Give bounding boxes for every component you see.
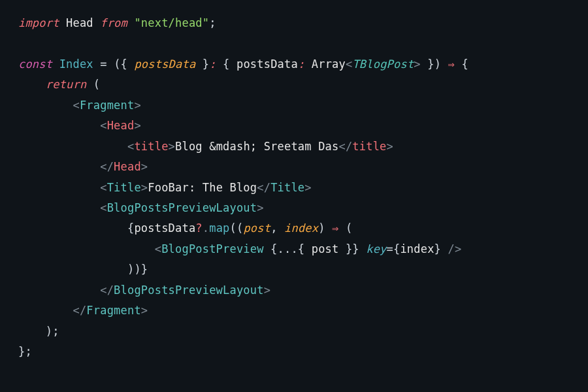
identifier-index: index [400,242,434,255]
angle-close: > [414,57,420,71]
jsx-angle-close: > [257,201,263,214]
brace-close: } [18,345,25,358]
jsx-angle-open: < [100,119,106,132]
identifier-postsdata: postsData [134,221,195,235]
brace-open: { [270,242,277,255]
jsx-angle-open: < [73,99,79,112]
identifier-index: Index [59,57,93,71]
jsx-angle-close: > [141,160,148,173]
paren-close: ) [134,263,140,276]
jsx-slash: / [107,284,114,297]
dot: . [203,221,209,235]
jsx-tag-title2-close: Title [270,181,304,194]
brace-open: { [127,221,134,235]
brace-open: { [393,242,400,255]
code-line: <Fragment> [18,99,141,112]
code-line: </Fragment> [18,304,148,317]
identifier-head: Head [66,16,93,29]
jsx-angle-open: < [338,140,345,153]
jsx-angle-open: < [73,304,79,317]
comma: , [270,221,277,235]
code-line: </Head> [18,160,148,173]
jsx-tag-head-close: Head [114,160,141,173]
brace-close: } [203,57,209,71]
jsx-tag-head: Head [107,119,135,132]
jsx-tag-blogpostspreviewlayout-close: BlogPostsPreviewLayout [114,284,264,297]
jsx-text-foobar: FooBar: The Blog [148,181,257,194]
paren-open: ( [237,221,243,235]
jsx-angle-open: < [100,201,106,214]
jsx-angle-open: < [100,181,106,194]
angle-open: < [346,57,352,71]
code-line: <Title>FooBar: The Blog</Title> [18,181,312,194]
jsx-slash: / [346,140,352,153]
spread: ... [278,242,298,255]
paren-open: ( [230,221,237,235]
attr-key: key [366,242,386,255]
brace-close: } [141,263,148,276]
jsx-angle-close: > [387,140,393,153]
jsx-angle-open: < [100,160,106,173]
jsx-tag-blogpostspreviewlayout: BlogPostsPreviewLayout [107,201,257,214]
code-line: ))} [18,263,148,276]
paren-open: ( [93,78,100,91]
code-line: <BlogPostPreview {...{ post }} key={inde… [18,242,461,255]
jsx-angle-close: > [264,284,270,297]
jsx-angle-open: < [155,242,161,255]
jsx-angle-open: < [257,181,263,194]
brace-open: { [298,242,304,255]
string-literal: "next/head" [134,16,209,29]
jsx-angle-open: < [100,284,106,297]
code-line: <BlogPostsPreviewLayout> [18,201,264,214]
brace-close: } [434,242,441,255]
code-block: import Head from "next/head"; const Inde… [0,0,588,375]
semicolon: ; [209,16,216,29]
jsx-angle-close: > [134,99,140,112]
jsx-angle-close: > [141,181,148,194]
semicolon: ; [25,345,31,358]
param-index: index [284,221,318,235]
jsx-tag-fragment-close: Fragment [86,304,140,317]
code-line: return ( [18,78,100,91]
brace-open: { [461,57,468,71]
jsx-angle-close: > [304,181,311,194]
jsx-tag-title2: Title [107,181,141,194]
jsx-angle-close: > [141,304,148,317]
colon: : [298,57,304,71]
brace-open: { [121,57,127,71]
jsx-angle-close: > [169,140,175,153]
param-postsdata: postsData [134,57,195,71]
code-line: }; [18,345,32,358]
code-line: const Index = ({ postsData }: { postsDat… [18,57,468,71]
code-line: {postsData?.map((post, index) ⇒ ( [18,221,352,235]
jsx-tag-title: title [134,140,168,153]
brace-open: { [223,57,229,71]
keyword-return: return [46,78,87,91]
code-line: </BlogPostsPreviewLayout> [18,284,270,297]
jsx-slash: / [107,160,114,173]
optional-chain-q: ? [195,221,202,235]
type-tblogpost: TBlogPost [352,57,414,71]
equals: = [93,57,114,71]
brace-close: } [427,57,434,71]
paren-close: ) [127,263,134,276]
jsx-angle-close: > [134,119,140,132]
arrow: ⇒ [448,57,455,71]
arrow: ⇒ [332,221,338,235]
method-map: map [209,221,229,235]
keyword-const: const [18,57,52,71]
jsx-text-blogtitle: Blog &mdash; Sreetam Das [175,140,338,153]
paren-open: ( [346,221,352,235]
jsx-tag-blogpostpreview: BlogPostPreview [161,242,264,255]
jsx-angle-open: < [127,140,134,153]
jsx-slash: / [264,181,270,194]
code-line: <Head> [18,119,141,132]
code-line: <title>Blog &mdash; Sreetam Das</title> [18,140,393,153]
paren-open: ( [114,57,120,71]
type-array: Array [312,57,346,71]
jsx-slash: / [80,304,86,317]
jsx-tag-fragment: Fragment [80,99,134,112]
equals-sign: = [387,242,393,255]
paren-close: ) [46,325,52,338]
code-line: import Head from "next/head"; [18,16,216,29]
